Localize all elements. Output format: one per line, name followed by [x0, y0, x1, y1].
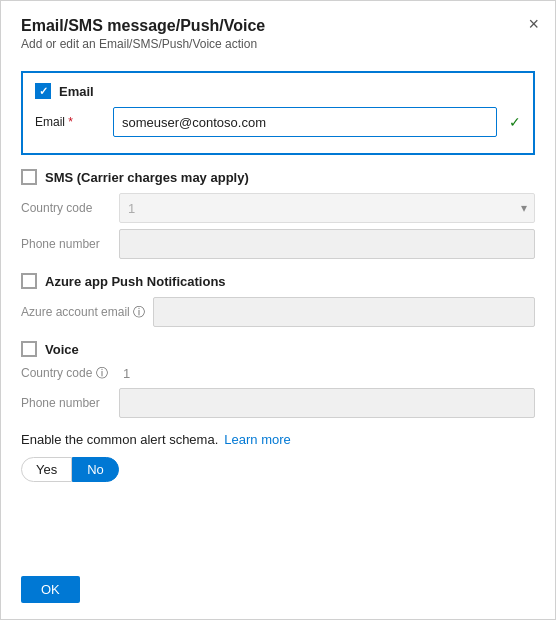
push-checkbox[interactable]: [21, 273, 37, 289]
email-required-marker: *: [68, 115, 73, 129]
sms-country-code-row: Country code 1 ▾: [21, 193, 535, 223]
sms-checkbox[interactable]: [21, 169, 37, 185]
dialog: Email/SMS message/Push/Voice Add or edit…: [0, 0, 556, 620]
toggle-no-button[interactable]: No: [72, 457, 119, 482]
push-account-email-row: Azure account email ⓘ: [21, 297, 535, 327]
dialog-subtitle: Add or edit an Email/SMS/Push/Voice acti…: [21, 37, 535, 51]
voice-country-code-row: Country code ⓘ 1: [21, 365, 535, 382]
sms-country-code-select[interactable]: 1: [119, 193, 535, 223]
push-section-label: Azure app Push Notifications: [45, 274, 226, 289]
voice-country-code-label: Country code ⓘ: [21, 365, 111, 382]
voice-section: Voice Country code ⓘ 1 Phone number: [21, 341, 535, 418]
dialog-header: Email/SMS message/Push/Voice Add or edit…: [1, 1, 555, 61]
voice-checkbox[interactable]: [21, 341, 37, 357]
email-input[interactable]: [113, 107, 497, 137]
sms-section-label: SMS (Carrier charges may apply): [45, 170, 249, 185]
common-alert-section: Enable the common alert schema. Learn mo…: [21, 432, 535, 482]
dialog-title: Email/SMS message/Push/Voice: [21, 17, 535, 35]
email-checkbox[interactable]: ✓: [35, 83, 51, 99]
ok-button[interactable]: OK: [21, 576, 80, 603]
close-button[interactable]: ×: [528, 15, 539, 33]
sms-phone-row: Phone number: [21, 229, 535, 259]
voice-phone-input[interactable]: [119, 388, 535, 418]
voice-section-header: Voice: [21, 341, 535, 357]
push-account-email-label: Azure account email ⓘ: [21, 304, 145, 321]
email-section: ✓ Email Email * ✓: [21, 71, 535, 155]
toggle-row: Yes No: [21, 457, 535, 482]
push-email-input[interactable]: [153, 297, 535, 327]
voice-phone-row: Phone number: [21, 388, 535, 418]
voice-info-icon[interactable]: ⓘ: [96, 366, 108, 380]
common-alert-row: Enable the common alert schema. Learn mo…: [21, 432, 535, 447]
email-section-header: ✓ Email: [35, 83, 521, 99]
push-section-header: Azure app Push Notifications: [21, 273, 535, 289]
email-field-label: Email *: [35, 115, 105, 129]
sms-phone-label: Phone number: [21, 237, 111, 251]
email-checkmark: ✓: [39, 85, 48, 98]
sms-country-code-label: Country code: [21, 201, 111, 215]
email-field-row: Email * ✓: [35, 107, 521, 137]
sms-section: SMS (Carrier charges may apply) Country …: [21, 169, 535, 259]
push-section: Azure app Push Notifications Azure accou…: [21, 273, 535, 327]
sms-phone-input[interactable]: [119, 229, 535, 259]
email-valid-icon: ✓: [509, 114, 521, 130]
voice-section-label: Voice: [45, 342, 79, 357]
voice-country-code-value: 1: [123, 366, 130, 381]
voice-phone-label: Phone number: [21, 396, 111, 410]
email-section-label: Email: [59, 84, 94, 99]
learn-more-link[interactable]: Learn more: [224, 432, 290, 447]
common-alert-text: Enable the common alert schema.: [21, 432, 218, 447]
dialog-body: ✓ Email Email * ✓ SMS (Carrier charges m…: [1, 61, 555, 576]
sms-country-code-wrapper: 1 ▾: [119, 193, 535, 223]
push-info-icon[interactable]: ⓘ: [133, 305, 145, 319]
toggle-yes-button[interactable]: Yes: [21, 457, 72, 482]
sms-section-header: SMS (Carrier charges may apply): [21, 169, 535, 185]
dialog-footer: OK: [1, 576, 555, 619]
